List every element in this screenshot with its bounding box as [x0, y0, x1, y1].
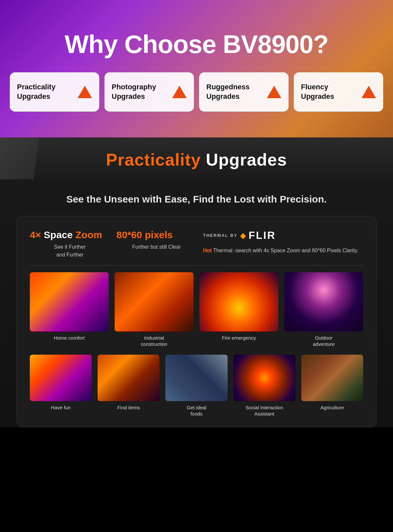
- thermal-social: Social InteractionAssistant: [234, 355, 295, 417]
- flir-feature: THERMAL BY ◆ FLIR Hot Thermal -search wi…: [203, 229, 363, 259]
- thermal-home-img: [30, 272, 109, 331]
- section-header: Practicality Upgrades: [0, 137, 393, 179]
- thermal-industrial-img: [115, 272, 194, 331]
- thermal-row-1: Home comfort Industrialconstruction Fire…: [30, 272, 363, 347]
- hero-section: Why Choose BV8900? PracticalityUpgrades …: [0, 0, 393, 137]
- thermal-outdoor: Outdooradventure: [284, 272, 363, 347]
- card-ruggedness-label: RuggednessUpgrades: [206, 82, 250, 101]
- thermal-foods-label: Get idealfoods: [187, 404, 206, 417]
- thermal-home: Home comfort: [30, 272, 109, 347]
- upgrade-cards-container: PracticalityUpgrades PhotographyUpgrades…: [10, 72, 383, 112]
- thermal-items-label: Find items: [117, 404, 140, 411]
- thermal-social-img: [234, 355, 295, 401]
- thermal-industrial-label: Industrialconstruction: [141, 335, 167, 347]
- section-title-white: Upgrades: [201, 150, 287, 169]
- thermal-fun: Have fun: [30, 355, 92, 417]
- practicality-section: Practicality Upgrades See the Unseen wit…: [0, 137, 393, 427]
- thermal-agriculture: Agriculture: [301, 355, 363, 417]
- thermal-fire: Fire emergency: [199, 272, 278, 347]
- flir-thermal-label: THERMAL BY: [203, 233, 237, 238]
- thermal-fire-img: [199, 272, 278, 331]
- flir-hot-label: Hot: [203, 248, 212, 253]
- card-fluency-label: FluencyUpgrades: [301, 82, 334, 101]
- thermal-industrial: Industrialconstruction: [115, 272, 194, 347]
- feature-top-row: 4× Space Zoom See it Furtherand Further …: [30, 229, 363, 259]
- card-ruggedness: RuggednessUpgrades: [199, 72, 289, 112]
- thermal-fun-label: Have fun: [51, 404, 71, 411]
- flir-desc-text: Thermal -search with 4x Space Zoom and 8…: [213, 248, 358, 253]
- thermal-home-label: Home comfort: [54, 335, 84, 341]
- hero-title: Why Choose BV8900?: [65, 29, 328, 59]
- card-fluency: FluencyUpgrades: [294, 72, 383, 112]
- flir-name-label: FLIR: [249, 229, 276, 241]
- pixels-badge: 80*60 pixels: [117, 229, 197, 240]
- thermal-agriculture-label: Agriculture: [321, 404, 344, 411]
- arrow-up-icon: [172, 86, 187, 98]
- thermal-outdoor-label: Outdooradventure: [313, 335, 335, 347]
- feature-box: 4× Space Zoom See it Furtherand Further …: [16, 216, 377, 427]
- arrow-up-icon: [362, 86, 376, 98]
- thermal-foods: Get idealfoods: [165, 355, 227, 417]
- card-photography-label: PhotographyUpgrades: [112, 82, 156, 101]
- thermal-items: Find items: [98, 355, 159, 417]
- section-title: Practicality Upgrades: [106, 150, 287, 169]
- subtitle: See the Unseen with Ease, Find the Lost …: [0, 179, 393, 216]
- thermal-foods-img: [165, 355, 227, 401]
- zoom-badge: 4× Space Zoom: [30, 229, 110, 240]
- thermal-row-2: Have fun Find items Get idealfoods Socia…: [30, 355, 363, 417]
- card-practicality-label: PracticalityUpgrades: [17, 82, 55, 101]
- card-photography: PhotographyUpgrades: [104, 72, 194, 112]
- flir-diamond-icon: ◆: [240, 231, 246, 240]
- pixels-desc: Further but still Clear: [117, 243, 197, 251]
- arrow-up-icon: [78, 86, 92, 98]
- thermal-agriculture-img: [301, 355, 363, 401]
- pixels-feature: 80*60 pixels Further but still Clear: [117, 229, 197, 259]
- thermal-items-img: [98, 355, 159, 401]
- zoom-feature: 4× Space Zoom See it Furtherand Further: [30, 229, 110, 259]
- card-practicality: PracticalityUpgrades: [10, 72, 99, 112]
- arrow-up-icon: [267, 86, 281, 98]
- section-title-orange: Practicality: [106, 150, 201, 169]
- flir-desc: Hot Thermal -search with 4x Space Zoom a…: [203, 247, 363, 255]
- thermal-social-label: Social InteractionAssistant: [246, 404, 283, 417]
- feature-divider: [30, 265, 363, 266]
- thermal-outdoor-img: [284, 272, 363, 331]
- zoom-desc: See it Furtherand Further: [30, 243, 110, 259]
- zoom-label: 4× Space Zoom: [30, 229, 102, 240]
- thermal-fun-img: [30, 355, 92, 401]
- thermal-fire-label: Fire emergency: [222, 335, 256, 341]
